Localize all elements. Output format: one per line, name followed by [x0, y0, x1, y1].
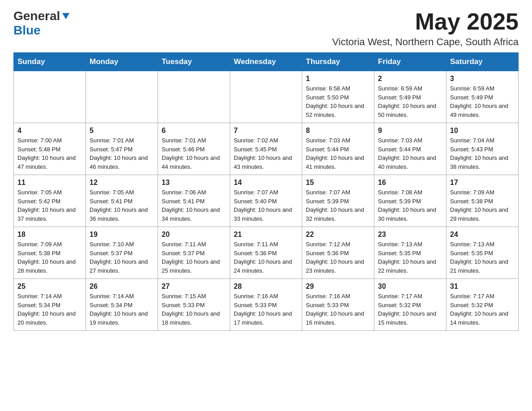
day-info: Sunrise: 7:17 AMSunset: 5:32 PMDaylight:… — [378, 292, 442, 327]
day-number: 13 — [162, 179, 226, 187]
day-info: Sunrise: 7:16 AMSunset: 5:33 PMDaylight:… — [306, 292, 370, 327]
calendar-cell: 30Sunrise: 7:17 AMSunset: 5:32 PMDayligh… — [374, 279, 446, 331]
calendar-header-monday: Monday — [86, 53, 158, 71]
calendar-header-row: SundayMondayTuesdayWednesdayThursdayFrid… — [14, 53, 519, 71]
day-number: 29 — [306, 283, 370, 291]
calendar-cell — [230, 71, 302, 123]
calendar-cell: 9Sunrise: 7:03 AMSunset: 5:44 PMDaylight… — [374, 123, 446, 175]
day-number: 19 — [90, 231, 154, 239]
day-number: 31 — [450, 283, 515, 291]
day-number: 8 — [306, 127, 370, 135]
day-number: 28 — [234, 283, 298, 291]
day-info: Sunrise: 7:03 AMSunset: 5:44 PMDaylight:… — [378, 136, 442, 171]
day-info: Sunrise: 7:09 AMSunset: 5:38 PMDaylight:… — [450, 188, 515, 223]
day-number: 14 — [234, 179, 298, 187]
day-info: Sunrise: 7:04 AMSunset: 5:43 PMDaylight:… — [450, 136, 515, 171]
day-number: 18 — [17, 231, 82, 239]
day-info: Sunrise: 6:58 AMSunset: 5:50 PMDaylight:… — [306, 84, 370, 119]
day-info: Sunrise: 7:11 AMSunset: 5:36 PMDaylight:… — [234, 240, 298, 275]
day-info: Sunrise: 7:01 AMSunset: 5:46 PMDaylight:… — [162, 136, 226, 171]
calendar-header-thursday: Thursday — [302, 53, 374, 71]
day-number: 20 — [162, 231, 226, 239]
day-info: Sunrise: 7:07 AMSunset: 5:40 PMDaylight:… — [234, 188, 298, 223]
calendar-cell: 7Sunrise: 7:02 AMSunset: 5:45 PMDaylight… — [230, 123, 302, 175]
calendar-cell: 12Sunrise: 7:05 AMSunset: 5:41 PMDayligh… — [86, 175, 158, 227]
calendar-cell: 2Sunrise: 6:59 AMSunset: 5:49 PMDaylight… — [374, 71, 446, 123]
day-info: Sunrise: 7:16 AMSunset: 5:33 PMDaylight:… — [234, 292, 298, 327]
calendar-header-wednesday: Wednesday — [230, 53, 302, 71]
logo-general-text: General — [13, 9, 60, 23]
calendar-cell: 27Sunrise: 7:15 AMSunset: 5:33 PMDayligh… — [158, 279, 230, 331]
day-info: Sunrise: 7:01 AMSunset: 5:47 PMDaylight:… — [90, 136, 154, 171]
day-info: Sunrise: 7:02 AMSunset: 5:45 PMDaylight:… — [234, 136, 298, 171]
day-number: 26 — [90, 283, 154, 291]
calendar-header-friday: Friday — [374, 53, 446, 71]
calendar-cell: 14Sunrise: 7:07 AMSunset: 5:40 PMDayligh… — [230, 175, 302, 227]
calendar-cell: 19Sunrise: 7:10 AMSunset: 5:37 PMDayligh… — [86, 227, 158, 279]
calendar-cell: 16Sunrise: 7:08 AMSunset: 5:39 PMDayligh… — [374, 175, 446, 227]
logo: General Blue — [13, 9, 72, 38]
day-number: 24 — [450, 231, 515, 239]
title-block: May 2025 Victoria West, Northern Cape, S… — [332, 9, 519, 48]
calendar-cell: 18Sunrise: 7:09 AMSunset: 5:38 PMDayligh… — [14, 227, 86, 279]
calendar-cell: 3Sunrise: 6:59 AMSunset: 5:49 PMDaylight… — [446, 71, 519, 123]
day-number: 23 — [378, 231, 442, 239]
day-info: Sunrise: 7:10 AMSunset: 5:37 PMDaylight:… — [90, 240, 154, 275]
calendar-cell: 20Sunrise: 7:11 AMSunset: 5:37 PMDayligh… — [158, 227, 230, 279]
day-info: Sunrise: 7:14 AMSunset: 5:34 PMDaylight:… — [90, 292, 154, 327]
calendar-week-row: 11Sunrise: 7:05 AMSunset: 5:42 PMDayligh… — [14, 175, 519, 227]
calendar-cell: 26Sunrise: 7:14 AMSunset: 5:34 PMDayligh… — [86, 279, 158, 331]
day-info: Sunrise: 7:09 AMSunset: 5:38 PMDaylight:… — [17, 240, 82, 275]
calendar-cell: 1Sunrise: 6:58 AMSunset: 5:50 PMDaylight… — [302, 71, 374, 123]
day-number: 1 — [306, 75, 370, 83]
day-number: 11 — [17, 179, 82, 187]
calendar-cell: 10Sunrise: 7:04 AMSunset: 5:43 PMDayligh… — [446, 123, 519, 175]
day-info: Sunrise: 7:15 AMSunset: 5:33 PMDaylight:… — [162, 292, 226, 327]
day-number: 22 — [306, 231, 370, 239]
calendar-header-saturday: Saturday — [446, 53, 519, 71]
day-info: Sunrise: 6:59 AMSunset: 5:49 PMDaylight:… — [378, 84, 442, 119]
calendar-cell: 24Sunrise: 7:13 AMSunset: 5:35 PMDayligh… — [446, 227, 519, 279]
day-info: Sunrise: 7:08 AMSunset: 5:39 PMDaylight:… — [378, 188, 442, 223]
day-info: Sunrise: 7:07 AMSunset: 5:39 PMDaylight:… — [306, 188, 370, 223]
calendar-cell — [158, 71, 230, 123]
day-number: 12 — [90, 179, 154, 187]
month-year-title: May 2025 — [332, 9, 519, 34]
calendar-cell: 6Sunrise: 7:01 AMSunset: 5:46 PMDaylight… — [158, 123, 230, 175]
calendar-cell: 29Sunrise: 7:16 AMSunset: 5:33 PMDayligh… — [302, 279, 374, 331]
page-header: General Blue May 2025 Victoria West, Nor… — [13, 9, 519, 48]
location-subtitle: Victoria West, Northern Cape, South Afri… — [332, 36, 519, 48]
day-info: Sunrise: 7:17 AMSunset: 5:32 PMDaylight:… — [450, 292, 515, 327]
day-info: Sunrise: 7:03 AMSunset: 5:44 PMDaylight:… — [306, 136, 370, 171]
logo-arrow-icon — [60, 11, 72, 21]
calendar-cell: 8Sunrise: 7:03 AMSunset: 5:44 PMDaylight… — [302, 123, 374, 175]
logo-blue-text: Blue — [13, 23, 41, 37]
calendar-header-sunday: Sunday — [14, 53, 86, 71]
day-info: Sunrise: 7:13 AMSunset: 5:35 PMDaylight:… — [378, 240, 442, 275]
day-number: 3 — [450, 75, 515, 83]
calendar-week-row: 18Sunrise: 7:09 AMSunset: 5:38 PMDayligh… — [14, 227, 519, 279]
day-number: 9 — [378, 127, 442, 135]
svg-marker-0 — [62, 13, 69, 19]
day-number: 5 — [90, 127, 154, 135]
day-info: Sunrise: 7:12 AMSunset: 5:36 PMDaylight:… — [306, 240, 370, 275]
day-number: 6 — [162, 127, 226, 135]
calendar-week-row: 1Sunrise: 6:58 AMSunset: 5:50 PMDaylight… — [14, 71, 519, 123]
calendar-cell: 17Sunrise: 7:09 AMSunset: 5:38 PMDayligh… — [446, 175, 519, 227]
calendar-table: SundayMondayTuesdayWednesdayThursdayFrid… — [13, 52, 519, 331]
calendar-cell: 11Sunrise: 7:05 AMSunset: 5:42 PMDayligh… — [14, 175, 86, 227]
calendar-cell: 22Sunrise: 7:12 AMSunset: 5:36 PMDayligh… — [302, 227, 374, 279]
day-number: 21 — [234, 231, 298, 239]
day-info: Sunrise: 7:14 AMSunset: 5:34 PMDaylight:… — [17, 292, 82, 327]
day-number: 15 — [306, 179, 370, 187]
day-info: Sunrise: 7:05 AMSunset: 5:41 PMDaylight:… — [90, 188, 154, 223]
day-number: 17 — [450, 179, 515, 187]
calendar-week-row: 4Sunrise: 7:00 AMSunset: 5:48 PMDaylight… — [14, 123, 519, 175]
calendar-cell: 5Sunrise: 7:01 AMSunset: 5:47 PMDaylight… — [86, 123, 158, 175]
day-number: 16 — [378, 179, 442, 187]
day-info: Sunrise: 7:00 AMSunset: 5:48 PMDaylight:… — [17, 136, 82, 171]
calendar-header-tuesday: Tuesday — [158, 53, 230, 71]
day-number: 7 — [234, 127, 298, 135]
day-number: 2 — [378, 75, 442, 83]
calendar-cell: 15Sunrise: 7:07 AMSunset: 5:39 PMDayligh… — [302, 175, 374, 227]
